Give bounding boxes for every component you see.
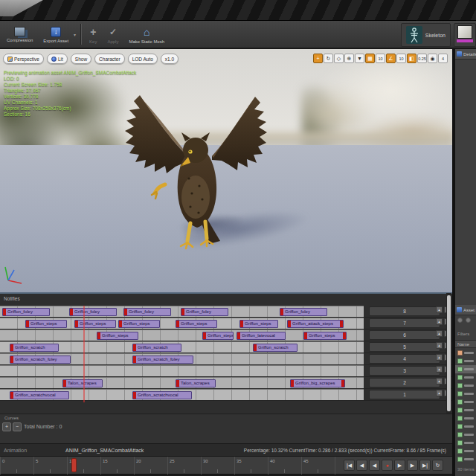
asset-list-item[interactable] xyxy=(455,365,476,373)
asset-list-item[interactable] xyxy=(455,414,476,422)
camera-speed-icon[interactable]: ◉ xyxy=(428,54,437,63)
track-up-button[interactable]: ▴ xyxy=(436,318,443,325)
asset-list-item[interactable] xyxy=(455,455,476,463)
grid-snap-icon[interactable]: ▦ xyxy=(365,54,375,63)
notify-griffon_foley[interactable]: Griffon_foley xyxy=(2,308,50,316)
grid-snap-value[interactable]: 10 xyxy=(376,54,385,63)
viewport-button-x1-0[interactable]: x1.0 xyxy=(161,54,178,64)
dropdown-caret-icon[interactable]: ▾ xyxy=(74,32,76,37)
notify-track-lane[interactable] xyxy=(0,365,364,376)
playhead-handle[interactable] xyxy=(71,458,77,472)
rotate-tool-icon[interactable]: ↻ xyxy=(324,54,333,63)
notify-griffon_scratch[interactable]: Griffon_scratch xyxy=(132,344,181,352)
curves-add-button[interactable]: + xyxy=(2,422,11,431)
scale-tool-icon[interactable]: ◇ xyxy=(334,54,344,63)
track-up-button[interactable]: ▴ xyxy=(436,366,443,373)
asset-list-item[interactable] xyxy=(455,431,476,439)
loop-button[interactable]: ↻ xyxy=(432,460,443,471)
step-forward-button[interactable]: ▶ xyxy=(407,460,418,471)
translate-tool-icon[interactable]: + xyxy=(313,54,323,63)
notify-track-lane[interactable]: Griffon_stepsGriffon_stepsGriffon_stepsG… xyxy=(0,318,364,329)
notify-griffon_steps[interactable]: Griffon_steps xyxy=(202,332,234,340)
track-name-plate[interactable]: 8 xyxy=(369,306,440,316)
notify-griffon_steps[interactable]: Griffon_steps xyxy=(303,332,347,340)
notify-griffon_scratch[interactable]: Griffon_scratch xyxy=(253,344,298,352)
step-backward-button[interactable]: ◀ xyxy=(356,460,367,471)
notify-track-lane[interactable]: Griffon_scratchGriffon_scratchGriffon_sc… xyxy=(0,341,364,353)
notify-griffon_scratchvocal[interactable]: Griffon_scratchvocal xyxy=(132,391,192,399)
record-button[interactable]: ● xyxy=(382,460,393,471)
track-up-button[interactable]: ▴ xyxy=(436,354,443,361)
viewport-button-perspective[interactable]: Perspective xyxy=(3,54,44,64)
asset-list-item[interactable] xyxy=(455,439,476,447)
notify-griffon_foley[interactable]: Griffon_foley xyxy=(181,308,228,316)
key-button[interactable]: +Key xyxy=(84,22,102,47)
timeline-ruler[interactable]: 051015202530354045 |◀◀◀●▶▶▶|↻ xyxy=(0,457,452,475)
world-coordinate-icon[interactable]: ⊕ xyxy=(344,54,354,63)
notify-track-lane[interactable]: Griffon_scratch_foleyGriffon_scratch_fol… xyxy=(0,353,364,364)
track-name-plate[interactable]: 6 xyxy=(369,330,440,340)
asset-list-item[interactable] xyxy=(455,382,476,390)
notify-talon_scrapes[interactable]: Talon_scrapes xyxy=(176,379,216,387)
asset-list-item[interactable] xyxy=(455,398,476,406)
track-up-button[interactable]: ▴ xyxy=(436,342,443,349)
camera-speed-value[interactable]: 4 xyxy=(438,54,448,63)
notify-griffon_steps[interactable]: Griffon_steps xyxy=(118,320,160,328)
curves-remove-button[interactable]: − xyxy=(13,422,22,431)
apply-button[interactable]: ✓Apply xyxy=(102,22,123,47)
notify-griffon_foley[interactable]: Griffon_foley xyxy=(69,308,117,316)
filter-dot-button[interactable] xyxy=(457,318,463,323)
asset-list-item[interactable] xyxy=(455,406,476,414)
track-name-plate[interactable]: 1 xyxy=(369,390,440,399)
notifies-scrollbar-thumb[interactable] xyxy=(447,295,451,411)
mesh-mode-button[interactable] xyxy=(454,23,476,47)
notify-griffon_scratch_foley[interactable]: Griffon_scratch_foley xyxy=(132,356,193,364)
track-name-plate[interactable]: 7 xyxy=(369,318,440,328)
notify-griffon_latevocal[interactable]: Griffon_latevocal xyxy=(237,332,286,340)
scale-snap-icon[interactable]: ◧ xyxy=(407,54,416,63)
track-name-plate[interactable]: 4 xyxy=(369,354,440,364)
asset-list-item[interactable] xyxy=(455,422,476,431)
rotation-snap-icon[interactable]: ∠ xyxy=(386,54,396,63)
settings-dot-button[interactable] xyxy=(466,318,471,323)
to-front-button[interactable]: |◀ xyxy=(344,460,355,471)
surface-snap-icon[interactable]: ▼ xyxy=(355,54,364,63)
notify-track-lane[interactable]: Griffon_scratchvocalGriffon_scratchvocal xyxy=(0,389,364,400)
track-up-button[interactable]: ▴ xyxy=(436,378,443,385)
notify-talon_scrapes[interactable]: Talon_scrapes xyxy=(62,379,103,387)
tab-details[interactable]: Details xyxy=(455,49,476,60)
tab-asset-browser[interactable]: Asset Browser xyxy=(455,305,476,315)
notify-griffon_scratch_foley[interactable]: Griffon_scratch_foley xyxy=(10,356,71,364)
viewport-button-show[interactable]: Show xyxy=(71,54,91,64)
notify-griffon_scratchvocal[interactable]: Griffon_scratchvocal xyxy=(10,391,69,399)
asset-list-item[interactable] xyxy=(455,357,476,365)
notify-griffon_steps[interactable]: Griffon_steps xyxy=(176,320,217,328)
notify-griffon_big_scrapes[interactable]: Griffon_big_scrapes xyxy=(290,379,345,387)
asset-list-item[interactable] xyxy=(455,373,476,382)
notify-griffon_scratch[interactable]: Griffon_scratch xyxy=(10,344,59,352)
compression-button[interactable]: Compression xyxy=(1,22,38,47)
notify-griffon_steps[interactable]: Griffon_steps xyxy=(97,332,138,340)
notify-griffon_steps[interactable]: Griffon_steps xyxy=(239,320,278,328)
notify-griffon_attack_steps[interactable]: Griffon_attack_steps xyxy=(287,320,344,328)
make-static-mesh-button[interactable]: ⌂Make Static Mesh xyxy=(123,22,170,47)
export-asset-button[interactable]: ↓Export Asset xyxy=(38,22,74,47)
notify-griffon_steps[interactable]: Griffon_steps xyxy=(74,320,116,328)
track-name-plate[interactable]: 5 xyxy=(369,342,440,352)
asset-list-item[interactable] xyxy=(455,390,476,398)
notify-griffon_foley[interactable]: Griffon_foley xyxy=(280,308,327,316)
to-end-button[interactable]: ▶| xyxy=(419,460,431,471)
asset-list-item[interactable] xyxy=(455,447,476,455)
viewport-button-lod-auto[interactable]: LOD Auto xyxy=(128,54,158,64)
play-reverse-button[interactable]: ◀ xyxy=(369,460,380,471)
play-forward-button[interactable]: ▶ xyxy=(394,460,405,471)
track-up-button[interactable]: ▴ xyxy=(436,330,443,337)
notify-track-lane[interactable]: Griffon_foleyGriffon_foleyGriffon_foleyG… xyxy=(0,306,364,317)
rotation-snap-value[interactable]: 10 xyxy=(396,54,406,63)
viewport-button-character[interactable]: Character xyxy=(94,54,125,64)
name-column-header[interactable]: Name xyxy=(455,340,476,348)
track-name-plate[interactable]: 2 xyxy=(369,378,440,387)
track-up-button[interactable]: ▴ xyxy=(436,390,443,396)
track-up-button[interactable]: ▴ xyxy=(436,306,443,313)
notify-track-lane[interactable]: Griffon_stepsGriffon_stepsGriffon_latevo… xyxy=(0,329,364,341)
